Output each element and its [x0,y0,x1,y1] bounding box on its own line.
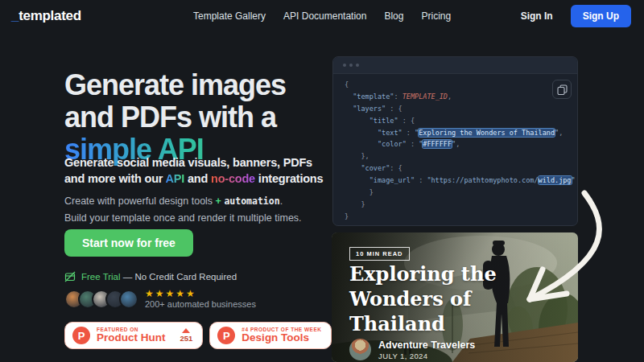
body-plus-sign: + [216,195,221,207]
nav-link-api-documentation[interactable]: API Documentation [283,10,366,22]
upvote-triangle-icon [182,328,190,333]
copy-icon [557,84,568,95]
window-dot-icon [356,64,359,67]
copy-button[interactable] [552,80,572,99]
article-title-line2: Wonders of [349,286,497,311]
hero-title-line2: and PDFs with a [64,101,286,134]
nav-link-pricing[interactable]: Pricing [421,10,451,22]
read-time-badge: 10 MIN READ [349,247,410,261]
logo-underscore: _ [11,8,19,23]
nav-links: Template GalleryAPI DocumentationBlogPri… [193,0,451,32]
subtitle-nocode-word: no-code [211,172,255,185]
badge-text: FEATURED ON Product Hunt [97,327,166,344]
code-line: "color" : "#FFFFFF", [345,140,566,152]
no-credit-card-icon [64,271,76,282]
window-controls [333,57,577,74]
hero-subtitle: Generate social media visuals, banners, … [64,154,335,187]
code-editor-card: { "template": TEMPLATE_ID, "layers" : { … [332,56,578,226]
social-proof-label: 200+ automated businesses [145,299,256,309]
article-date: JULY 1, 2024 [378,352,475,360]
code-line: "template": TEMPLATE_ID, [345,93,566,105]
customer-avatar [119,290,138,309]
product-hunt-logo-icon: P [217,327,235,344]
upvote-number: 251 [180,335,193,343]
free-trial-note: Free Trial — No Credit Card Required [64,271,237,282]
code-line: { [345,80,566,93]
social-proof: ★★★★★ 200+ automated businesses [64,289,256,309]
window-dot-icon [349,64,353,67]
code-block: { "template": TEMPLATE_ID, "layers" : { … [333,74,577,226]
author-avatar [349,339,371,360]
nav-link-blog[interactable]: Blog [384,10,403,22]
badge-text: #4 PRODUCT OF THE WEEK Design Tools [242,327,321,344]
author-row: Adventure Travelers JULY 1, 2024 [349,339,475,360]
author-meta: Adventure Travelers JULY 1, 2024 [378,339,475,360]
nav-link-template-gallery[interactable]: Template Gallery [193,10,266,22]
sign-in-link[interactable]: Sign In [521,10,553,22]
code-line: } [345,188,566,200]
product-hunt-week-badge[interactable]: P #4 PRODUCT OF THE WEEK Design Tools [209,322,332,349]
article-title: Exploring the Wonders of Thailand [349,261,497,336]
article-title-line3: Thailand [349,311,497,336]
subtitle-text-2: and [184,172,211,185]
code-line: "text" : "Exploring the Wonders of Thail… [345,129,566,141]
code-line: "layers" : { [345,105,566,117]
product-hunt-badges: P FEATURED ON Product Hunt 251 P #4 PROD… [64,322,332,349]
author-name: Adventure Travelers [378,339,475,351]
badge-title: Product Hunt [97,332,166,344]
free-trial-text: Free Trial — No Credit Card Required [81,272,237,282]
start-free-button[interactable]: Start now for free [64,229,193,257]
code-line: "cover": { [345,164,566,176]
subtitle-text-3: integrations [255,172,323,185]
code-line: } [345,200,566,212]
product-hunt-logo-icon: P [72,327,90,344]
product-hunt-featured-badge[interactable]: P FEATURED ON Product Hunt 251 [64,322,203,349]
free-trial-rest: — No Credit Card Required [121,272,237,282]
window-dot-icon [343,64,346,67]
rating-block: ★★★★★ 200+ automated businesses [145,289,256,309]
code-line: }, [345,152,566,164]
logo[interactable]: _templated [11,8,81,24]
avatar-stack [64,290,133,309]
subtitle-api-word: API [166,172,185,185]
body-line1-pre: Create with powerful design tools [64,195,216,207]
auth-actions: Sign In Sign Up [521,0,631,32]
body-line2: Build your template once and render it m… [64,212,302,224]
hero-title: Generate images and PDFs with a simple A… [64,69,286,166]
free-trial-highlight: Free Trial [81,272,121,282]
article-title-line1: Exploring the [349,261,497,286]
hero-body-text: Create with powerful design tools + auto… [64,193,338,226]
top-nav: _templated Template GalleryAPI Documenta… [0,0,644,32]
body-line1-post: . [280,195,283,207]
logo-text: templated [19,8,81,23]
code-line: "image_url" : "https://pathtomyphoto.com… [345,176,566,188]
code-line: } [345,212,566,224]
code-line: "title" : { [345,117,566,129]
upvote-count: 251 [180,328,193,343]
generated-image-card: 10 MIN READ Exploring the Wonders of Tha… [332,232,578,362]
badge-title: Design Tools [242,332,321,344]
hero-title-line1: Generate images [64,69,286,101]
landing-page: _templated Template GalleryAPI Documenta… [0,0,644,362]
sign-up-button[interactable]: Sign Up [571,5,631,27]
body-automation-word: automation [224,195,279,207]
star-rating: ★★★★★ [145,289,256,298]
